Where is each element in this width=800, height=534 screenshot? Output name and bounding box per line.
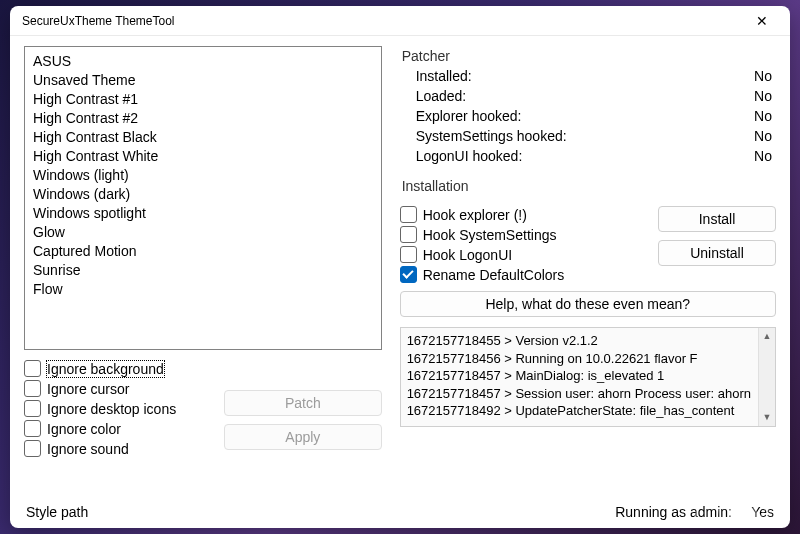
uninstall-button[interactable]: Uninstall: [658, 240, 776, 266]
patch-button[interactable]: Patch: [224, 390, 382, 416]
ignore-sound-checkbox[interactable]: Ignore sound: [24, 440, 204, 457]
list-item[interactable]: Windows (light): [31, 165, 375, 184]
hook-systemsettings-label: Hook SystemSettings: [423, 227, 557, 243]
status-row: Loaded:No: [400, 86, 776, 106]
running-as-admin: Running as admin: Yes: [615, 504, 774, 520]
hook-logonui-checkbox[interactable]: Hook LogonUI: [400, 246, 646, 263]
status-label: SystemSettings hooked:: [416, 128, 567, 144]
ignore-color-label: Ignore color: [47, 421, 121, 437]
ignore-desktop-icons-label: Ignore desktop icons: [47, 401, 176, 417]
ignore-checks: Ignore background Ignore cursor Ignore d…: [24, 360, 204, 457]
log-line: 1672157718456 > Running on 10.0.22621 fl…: [407, 350, 769, 368]
hook-explorer-checkbox[interactable]: Hook explorer (!): [400, 206, 646, 223]
ignore-section: Ignore background Ignore cursor Ignore d…: [24, 360, 382, 457]
status-value: No: [754, 68, 772, 84]
scroll-down-icon[interactable]: ▼: [759, 409, 775, 426]
status-value: No: [754, 148, 772, 164]
close-icon[interactable]: ✕: [742, 7, 782, 35]
status-label: LogonUI hooked:: [416, 148, 523, 164]
list-item[interactable]: High Contrast #1: [31, 89, 375, 108]
app-window: SecureUxTheme ThemeTool ✕ ASUSUnsaved Th…: [10, 6, 790, 528]
ignore-sound-label: Ignore sound: [47, 441, 129, 457]
running-as-admin-value: Yes: [751, 504, 774, 520]
log-line: 1672157718455 > Version v2.1.2: [407, 332, 769, 350]
log-panel[interactable]: 1672157718455 > Version v2.1.21672157718…: [400, 327, 776, 427]
hook-systemsettings-checkbox[interactable]: Hook SystemSettings: [400, 226, 646, 243]
footer: Style path Running as admin: Yes: [10, 500, 790, 528]
status-row: SystemSettings hooked:No: [400, 126, 776, 146]
log-line: 1672157718457 > Session user: ahorn Proc…: [407, 385, 769, 403]
ignore-color-checkbox[interactable]: Ignore color: [24, 420, 204, 437]
window-title: SecureUxTheme ThemeTool: [22, 14, 742, 28]
ignore-background-checkbox[interactable]: Ignore background: [24, 360, 204, 377]
status-value: No: [754, 88, 772, 104]
installation-title: Installation: [400, 176, 776, 196]
right-column: Patcher Installed:NoLoaded:NoExplorer ho…: [400, 46, 776, 494]
status-label: Explorer hooked:: [416, 108, 522, 124]
log-line: 1672157718457 > MainDialog: is_elevated …: [407, 367, 769, 385]
theme-listbox[interactable]: ASUSUnsaved ThemeHigh Contrast #1High Co…: [24, 46, 382, 350]
status-row: Explorer hooked:No: [400, 106, 776, 126]
list-item[interactable]: High Contrast #2: [31, 108, 375, 127]
list-item[interactable]: Windows spotlight: [31, 203, 375, 222]
status-value: No: [754, 108, 772, 124]
log-scrollbar[interactable]: ▲ ▼: [758, 328, 775, 426]
list-item[interactable]: ASUS: [31, 51, 375, 70]
hook-logonui-label: Hook LogonUI: [423, 247, 513, 263]
install-button[interactable]: Install: [658, 206, 776, 232]
list-item[interactable]: Flow: [31, 279, 375, 298]
list-item[interactable]: High Contrast White: [31, 146, 375, 165]
status-value: No: [754, 128, 772, 144]
apply-button[interactable]: Apply: [224, 424, 382, 450]
content: ASUSUnsaved ThemeHigh Contrast #1High Co…: [10, 36, 790, 500]
scroll-up-icon[interactable]: ▲: [759, 328, 775, 345]
ignore-cursor-checkbox[interactable]: Ignore cursor: [24, 380, 204, 397]
ignore-desktop-icons-checkbox[interactable]: Ignore desktop icons: [24, 400, 204, 417]
ignore-background-label: Ignore background: [47, 361, 164, 377]
list-item[interactable]: Windows (dark): [31, 184, 375, 203]
installation-row: Hook explorer (!) Hook SystemSettings Ho…: [400, 204, 776, 283]
list-item[interactable]: Captured Motion: [31, 241, 375, 260]
help-button[interactable]: Help, what do these even mean?: [400, 291, 776, 317]
patcher-title: Patcher: [400, 46, 776, 66]
list-item[interactable]: Unsaved Theme: [31, 70, 375, 89]
status-label: Installed:: [416, 68, 472, 84]
style-path-label: Style path: [26, 504, 88, 520]
status-row: Installed:No: [400, 66, 776, 86]
status-label: Loaded:: [416, 88, 467, 104]
left-column: ASUSUnsaved ThemeHigh Contrast #1High Co…: [24, 46, 382, 494]
rename-defaultcolors-checkbox[interactable]: Rename DefaultColors: [400, 266, 646, 283]
patcher-status: Installed:NoLoaded:NoExplorer hooked:NoS…: [400, 66, 776, 166]
installation-buttons: Install Uninstall: [658, 206, 776, 266]
rename-defaultcolors-label: Rename DefaultColors: [423, 267, 565, 283]
left-buttons: Patch Apply: [224, 360, 382, 457]
running-as-admin-label: Running as admin:: [615, 504, 732, 520]
log-line: 1672157718492 > UpdatePatcherState: file…: [407, 402, 769, 420]
installation-checks: Hook explorer (!) Hook SystemSettings Ho…: [400, 206, 646, 283]
list-item[interactable]: High Contrast Black: [31, 127, 375, 146]
list-item[interactable]: Sunrise: [31, 260, 375, 279]
titlebar: SecureUxTheme ThemeTool ✕: [10, 6, 790, 36]
hook-explorer-label: Hook explorer (!): [423, 207, 527, 223]
status-row: LogonUI hooked:No: [400, 146, 776, 166]
ignore-cursor-label: Ignore cursor: [47, 381, 129, 397]
list-item[interactable]: Glow: [31, 222, 375, 241]
